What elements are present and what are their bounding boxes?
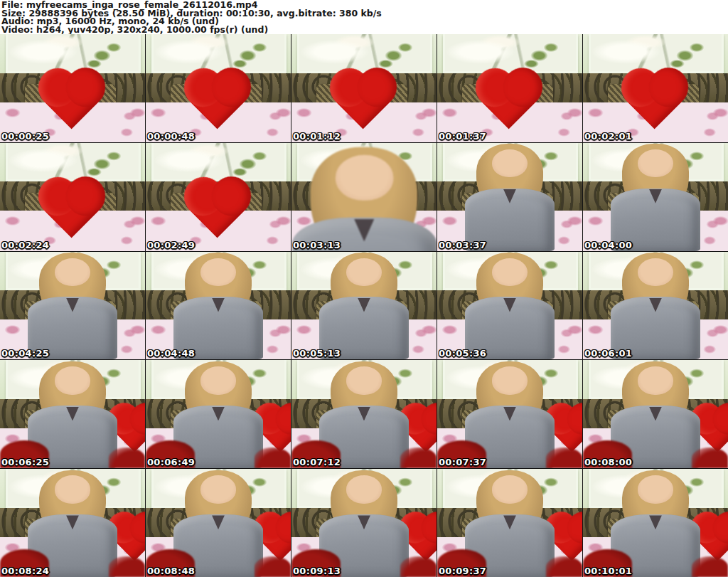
face [55, 258, 91, 286]
timestamp-overlay: 00:06:49 [147, 457, 195, 467]
thumbnail-image [583, 34, 728, 142]
thumbnail-image [146, 143, 291, 251]
red-fabric-right [255, 448, 291, 468]
thumbnail-image [0, 143, 145, 251]
face [638, 149, 674, 177]
timestamp-overlay: 00:02:01 [584, 131, 632, 142]
video-thumbnail: 00:08:48 [146, 469, 291, 577]
orchid-picture [151, 143, 287, 182]
thumbnail-image [0, 252, 145, 360]
red-fabric-right [546, 448, 582, 468]
face [638, 366, 674, 394]
timestamp-overlay: 00:09:13 [293, 566, 341, 576]
video-thumbnail: 00:05:36 [437, 252, 582, 360]
timestamp-overlay: 00:01:12 [293, 131, 341, 142]
person-figure [465, 143, 555, 251]
video-thumbnail: 00:01:37 [437, 34, 582, 142]
timestamp-overlay: 00:03:13 [293, 240, 341, 250]
thumbnail-image [291, 252, 437, 360]
thumbnail-image [291, 143, 437, 251]
video-thumbnail: 00:06:01 [583, 252, 728, 360]
video-thumbnail: 00:06:49 [146, 360, 291, 468]
video-thumbnail: 00:02:49 [146, 143, 291, 251]
red-fabric-right [255, 556, 291, 577]
face [492, 475, 528, 503]
face [55, 366, 91, 394]
face [346, 366, 382, 394]
red-fabric-right [109, 556, 145, 577]
orchid-picture [589, 34, 724, 73]
orchid-picture [151, 34, 287, 73]
timestamp-overlay: 00:08:24 [1, 566, 49, 576]
timestamp-overlay: 00:06:25 [1, 457, 49, 467]
video-thumbnail: 00:04:00 [583, 143, 728, 251]
video-thumbnail: 00:07:37 [437, 360, 582, 468]
orchid-picture [443, 34, 578, 73]
video-thumbnail: 00:07:12 [291, 360, 437, 468]
contact-sheet: File: myfreecams_inga_rose_female_261120… [0, 0, 728, 577]
metadata-header: File: myfreecams_inga_rose_female_261120… [0, 0, 728, 34]
timestamp-overlay: 00:08:00 [584, 457, 632, 467]
timestamp-overlay: 00:07:37 [439, 457, 486, 467]
person-figure [292, 144, 436, 250]
timestamp-overlay: 00:00:48 [147, 131, 195, 142]
timestamp-overlay: 00:05:36 [439, 348, 486, 359]
thumbnail-grid: 00:00:25 00:00:48 [0, 34, 728, 577]
thumbnail-image [291, 34, 437, 142]
person-figure [465, 252, 555, 360]
red-fabric-right [692, 448, 728, 468]
video-thumbnail: 00:06:25 [0, 360, 145, 468]
video-thumbnail: 00:09:37 [437, 469, 582, 577]
video-thumbnail: 00:08:00 [583, 360, 728, 468]
face [346, 475, 382, 503]
orchid-picture [297, 34, 432, 73]
thumbnail-image [437, 34, 582, 142]
timestamp-overlay: 00:08:48 [147, 566, 195, 576]
video-thumbnail: 00:09:13 [291, 469, 437, 577]
thumbnail-image [291, 360, 437, 468]
person-figure [611, 143, 701, 251]
thumbnail-image [0, 34, 145, 142]
red-fabric-right [400, 448, 437, 468]
person-figure [611, 252, 701, 360]
thumbnail-image [583, 143, 728, 251]
face [336, 155, 393, 200]
timestamp-overlay: 00:01:37 [439, 131, 486, 142]
video-thumbnail: 00:05:13 [291, 252, 437, 360]
thumbnail-image [0, 360, 145, 468]
orchid-picture [6, 34, 141, 73]
video-thumbnail: 00:03:13 [291, 143, 437, 251]
thumbnail-image [437, 143, 582, 251]
video-thumbnail: 00:02:24 [0, 143, 145, 251]
timestamp-overlay: 00:04:48 [147, 348, 195, 359]
red-fabric-right [400, 556, 437, 577]
video-thumbnail: 00:04:48 [146, 252, 291, 360]
timestamp-overlay: 00:04:00 [584, 240, 632, 250]
timestamp-overlay: 00:04:25 [1, 348, 49, 359]
thumbnail-image [146, 360, 291, 468]
face [492, 366, 528, 394]
timestamp-overlay: 00:02:24 [1, 240, 49, 250]
thumbnail-image [146, 469, 291, 577]
thumbnail-image [291, 469, 437, 577]
thumbnail-image [146, 252, 291, 360]
thumbnail-image [437, 360, 582, 468]
video-thumbnail: 00:04:25 [0, 252, 145, 360]
video-thumbnail: 00:02:01 [583, 34, 728, 142]
timestamp-overlay: 00:06:01 [584, 348, 632, 359]
face [638, 258, 674, 286]
thumbnail-image [437, 469, 582, 577]
face [492, 149, 528, 177]
person-figure [319, 252, 410, 360]
thumbnail-image [583, 469, 728, 577]
face [638, 475, 674, 503]
timestamp-overlay: 00:00:25 [1, 131, 49, 142]
red-fabric-right [109, 448, 145, 468]
person-figure [173, 252, 264, 360]
video-thumbnail: 00:00:25 [0, 34, 145, 142]
thumbnail-image [146, 34, 291, 142]
person-figure [28, 252, 118, 360]
timestamp-overlay: 00:03:37 [439, 240, 486, 250]
video-info-line: Video: h264, yuv420p, 320x240, 1000.00 f… [1, 26, 728, 34]
orchid-picture [6, 143, 141, 182]
